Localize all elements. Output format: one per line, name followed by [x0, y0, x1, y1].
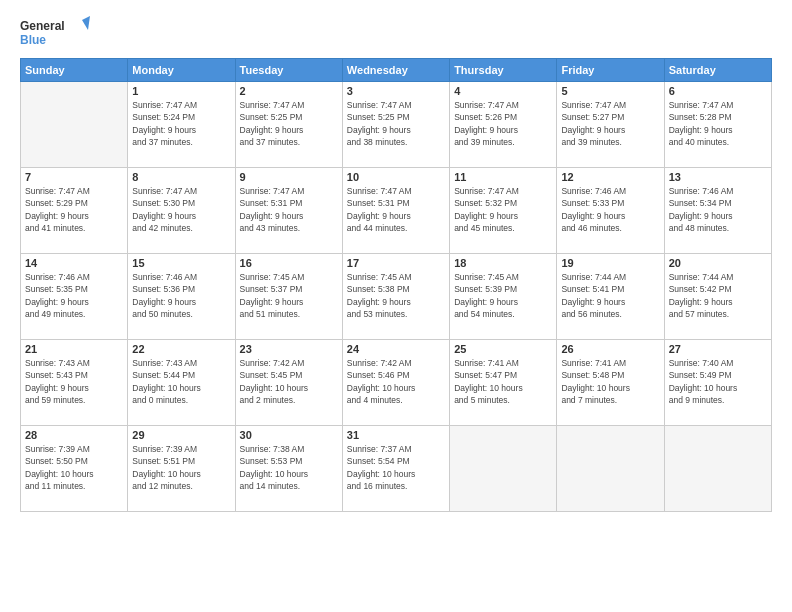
- day-info: Sunrise: 7:43 AMSunset: 5:43 PMDaylight:…: [25, 357, 123, 406]
- day-number: 6: [669, 85, 767, 97]
- day-cell: 27Sunrise: 7:40 AMSunset: 5:49 PMDayligh…: [664, 340, 771, 426]
- day-info: Sunrise: 7:39 AMSunset: 5:51 PMDaylight:…: [132, 443, 230, 492]
- calendar-body: 1Sunrise: 7:47 AMSunset: 5:24 PMDaylight…: [21, 82, 772, 512]
- day-info: Sunrise: 7:47 AMSunset: 5:29 PMDaylight:…: [25, 185, 123, 234]
- weekday-header-friday: Friday: [557, 59, 664, 82]
- weekday-header-saturday: Saturday: [664, 59, 771, 82]
- day-cell: [450, 426, 557, 512]
- day-cell: 9Sunrise: 7:47 AMSunset: 5:31 PMDaylight…: [235, 168, 342, 254]
- day-info: Sunrise: 7:44 AMSunset: 5:42 PMDaylight:…: [669, 271, 767, 320]
- day-number: 13: [669, 171, 767, 183]
- day-number: 25: [454, 343, 552, 355]
- day-info: Sunrise: 7:47 AMSunset: 5:25 PMDaylight:…: [240, 99, 338, 148]
- day-number: 11: [454, 171, 552, 183]
- day-number: 4: [454, 85, 552, 97]
- day-info: Sunrise: 7:46 AMSunset: 5:33 PMDaylight:…: [561, 185, 659, 234]
- day-info: Sunrise: 7:41 AMSunset: 5:48 PMDaylight:…: [561, 357, 659, 406]
- day-number: 17: [347, 257, 445, 269]
- svg-text:General: General: [20, 19, 65, 33]
- day-cell: 11Sunrise: 7:47 AMSunset: 5:32 PMDayligh…: [450, 168, 557, 254]
- day-info: Sunrise: 7:45 AMSunset: 5:37 PMDaylight:…: [240, 271, 338, 320]
- day-number: 5: [561, 85, 659, 97]
- day-info: Sunrise: 7:39 AMSunset: 5:50 PMDaylight:…: [25, 443, 123, 492]
- day-info: Sunrise: 7:47 AMSunset: 5:28 PMDaylight:…: [669, 99, 767, 148]
- day-number: 3: [347, 85, 445, 97]
- weekday-header-monday: Monday: [128, 59, 235, 82]
- week-row-2: 14Sunrise: 7:46 AMSunset: 5:35 PMDayligh…: [21, 254, 772, 340]
- day-cell: 25Sunrise: 7:41 AMSunset: 5:47 PMDayligh…: [450, 340, 557, 426]
- day-info: Sunrise: 7:38 AMSunset: 5:53 PMDaylight:…: [240, 443, 338, 492]
- week-row-0: 1Sunrise: 7:47 AMSunset: 5:24 PMDaylight…: [21, 82, 772, 168]
- day-info: Sunrise: 7:47 AMSunset: 5:24 PMDaylight:…: [132, 99, 230, 148]
- svg-marker-2: [82, 16, 90, 30]
- logo: General Blue: [20, 16, 90, 52]
- day-number: 28: [25, 429, 123, 441]
- week-row-3: 21Sunrise: 7:43 AMSunset: 5:43 PMDayligh…: [21, 340, 772, 426]
- day-cell: 1Sunrise: 7:47 AMSunset: 5:24 PMDaylight…: [128, 82, 235, 168]
- day-number: 14: [25, 257, 123, 269]
- day-info: Sunrise: 7:37 AMSunset: 5:54 PMDaylight:…: [347, 443, 445, 492]
- day-number: 9: [240, 171, 338, 183]
- day-cell: 21Sunrise: 7:43 AMSunset: 5:43 PMDayligh…: [21, 340, 128, 426]
- day-info: Sunrise: 7:47 AMSunset: 5:31 PMDaylight:…: [240, 185, 338, 234]
- day-number: 16: [240, 257, 338, 269]
- day-number: 30: [240, 429, 338, 441]
- page: General Blue SundayMondayTuesdayWednesda…: [0, 0, 792, 612]
- header: General Blue: [20, 16, 772, 52]
- day-info: Sunrise: 7:47 AMSunset: 5:31 PMDaylight:…: [347, 185, 445, 234]
- day-cell: 17Sunrise: 7:45 AMSunset: 5:38 PMDayligh…: [342, 254, 449, 340]
- day-info: Sunrise: 7:40 AMSunset: 5:49 PMDaylight:…: [669, 357, 767, 406]
- weekday-header-wednesday: Wednesday: [342, 59, 449, 82]
- day-number: 19: [561, 257, 659, 269]
- day-number: 22: [132, 343, 230, 355]
- logo-svg: General Blue: [20, 16, 90, 52]
- day-cell: 24Sunrise: 7:42 AMSunset: 5:46 PMDayligh…: [342, 340, 449, 426]
- day-number: 8: [132, 171, 230, 183]
- day-number: 18: [454, 257, 552, 269]
- day-info: Sunrise: 7:46 AMSunset: 5:34 PMDaylight:…: [669, 185, 767, 234]
- day-info: Sunrise: 7:45 AMSunset: 5:39 PMDaylight:…: [454, 271, 552, 320]
- day-number: 12: [561, 171, 659, 183]
- day-cell: 29Sunrise: 7:39 AMSunset: 5:51 PMDayligh…: [128, 426, 235, 512]
- week-row-1: 7Sunrise: 7:47 AMSunset: 5:29 PMDaylight…: [21, 168, 772, 254]
- day-cell: 5Sunrise: 7:47 AMSunset: 5:27 PMDaylight…: [557, 82, 664, 168]
- day-number: 26: [561, 343, 659, 355]
- day-cell: [557, 426, 664, 512]
- day-number: 10: [347, 171, 445, 183]
- day-cell: 4Sunrise: 7:47 AMSunset: 5:26 PMDaylight…: [450, 82, 557, 168]
- day-cell: 13Sunrise: 7:46 AMSunset: 5:34 PMDayligh…: [664, 168, 771, 254]
- day-cell: 30Sunrise: 7:38 AMSunset: 5:53 PMDayligh…: [235, 426, 342, 512]
- day-cell: 23Sunrise: 7:42 AMSunset: 5:45 PMDayligh…: [235, 340, 342, 426]
- day-cell: 7Sunrise: 7:47 AMSunset: 5:29 PMDaylight…: [21, 168, 128, 254]
- day-cell: 22Sunrise: 7:43 AMSunset: 5:44 PMDayligh…: [128, 340, 235, 426]
- day-number: 29: [132, 429, 230, 441]
- day-info: Sunrise: 7:47 AMSunset: 5:26 PMDaylight:…: [454, 99, 552, 148]
- day-info: Sunrise: 7:46 AMSunset: 5:36 PMDaylight:…: [132, 271, 230, 320]
- day-number: 15: [132, 257, 230, 269]
- week-row-4: 28Sunrise: 7:39 AMSunset: 5:50 PMDayligh…: [21, 426, 772, 512]
- day-cell: 26Sunrise: 7:41 AMSunset: 5:48 PMDayligh…: [557, 340, 664, 426]
- svg-text:Blue: Blue: [20, 33, 46, 47]
- day-cell: 6Sunrise: 7:47 AMSunset: 5:28 PMDaylight…: [664, 82, 771, 168]
- day-info: Sunrise: 7:47 AMSunset: 5:25 PMDaylight:…: [347, 99, 445, 148]
- weekday-header-tuesday: Tuesday: [235, 59, 342, 82]
- day-info: Sunrise: 7:47 AMSunset: 5:32 PMDaylight:…: [454, 185, 552, 234]
- day-number: 24: [347, 343, 445, 355]
- day-info: Sunrise: 7:44 AMSunset: 5:41 PMDaylight:…: [561, 271, 659, 320]
- day-info: Sunrise: 7:41 AMSunset: 5:47 PMDaylight:…: [454, 357, 552, 406]
- day-number: 27: [669, 343, 767, 355]
- day-number: 20: [669, 257, 767, 269]
- weekday-header-thursday: Thursday: [450, 59, 557, 82]
- day-number: 21: [25, 343, 123, 355]
- day-cell: 31Sunrise: 7:37 AMSunset: 5:54 PMDayligh…: [342, 426, 449, 512]
- day-info: Sunrise: 7:47 AMSunset: 5:30 PMDaylight:…: [132, 185, 230, 234]
- day-info: Sunrise: 7:45 AMSunset: 5:38 PMDaylight:…: [347, 271, 445, 320]
- day-cell: 18Sunrise: 7:45 AMSunset: 5:39 PMDayligh…: [450, 254, 557, 340]
- day-cell: 10Sunrise: 7:47 AMSunset: 5:31 PMDayligh…: [342, 168, 449, 254]
- day-cell: 19Sunrise: 7:44 AMSunset: 5:41 PMDayligh…: [557, 254, 664, 340]
- day-number: 31: [347, 429, 445, 441]
- day-cell: 8Sunrise: 7:47 AMSunset: 5:30 PMDaylight…: [128, 168, 235, 254]
- calendar-table: SundayMondayTuesdayWednesdayThursdayFrid…: [20, 58, 772, 512]
- weekday-header-sunday: Sunday: [21, 59, 128, 82]
- weekday-header-row: SundayMondayTuesdayWednesdayThursdayFrid…: [21, 59, 772, 82]
